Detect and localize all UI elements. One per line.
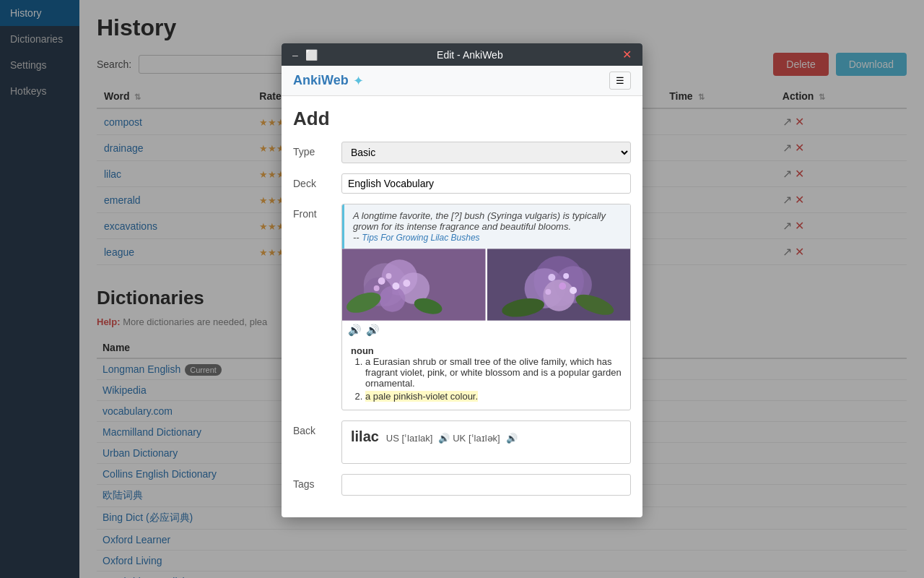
audio-icon-1[interactable]: 🔊	[348, 324, 362, 337]
back-label: Back	[293, 420, 333, 436]
def-pos: noun	[351, 345, 374, 356]
front-content: A longtime favorite, the [?] bush (Syrin…	[341, 204, 631, 410]
svg-point-8	[378, 277, 385, 285]
svg-point-5	[380, 286, 406, 312]
svg-point-23	[545, 289, 551, 295]
svg-point-10	[392, 282, 399, 290]
svg-point-21	[563, 273, 569, 279]
front-images	[342, 249, 630, 321]
modal-close-button[interactable]: ✕	[619, 48, 635, 61]
audio-icon-2[interactable]: 🔊	[366, 324, 380, 337]
front-audio: 🔊 🔊	[342, 321, 630, 340]
back-audio-uk[interactable]: 🔊	[506, 433, 518, 444]
type-label: Type	[293, 142, 333, 158]
tags-input[interactable]	[341, 474, 631, 496]
ankiweb-logo-text: AnkiWeb	[293, 73, 349, 88]
front-label: Front	[293, 204, 333, 220]
front-quote: A longtime favorite, the [?] bush (Syrin…	[342, 204, 630, 249]
edit-modal: – ⬜ Edit - AnkiWeb ✕ AnkiWeb ✦ ☰ Add Typ…	[282, 43, 642, 517]
tags-label: Tags	[293, 474, 333, 490]
modal-titlebar: – ⬜ Edit - AnkiWeb ✕	[282, 43, 642, 66]
modal-overlay: – ⬜ Edit - AnkiWeb ✕ AnkiWeb ✦ ☰ Add Typ…	[0, 0, 924, 578]
def-item-1: a Eurasian shrub or small tree of the ol…	[365, 356, 622, 389]
svg-point-24	[570, 287, 577, 294]
back-pron-us: US [ˈlaɪlak]	[386, 433, 433, 444]
form-group-back: Back lilac US [ˈlaɪlak] 🔊 UK [ˈlaɪlək] 🔊	[293, 420, 631, 464]
svg-point-20	[548, 274, 555, 281]
svg-point-12	[403, 280, 410, 287]
deck-input[interactable]	[341, 173, 631, 194]
def-list: a Eurasian shrub or small tree of the ol…	[351, 356, 622, 402]
ankiweb-star-icon: ✦	[353, 73, 364, 89]
type-select[interactable]: Basic Basic (and reversed card) Cloze	[341, 142, 631, 163]
front-source-link[interactable]: Tips For Growing Lilac Bushes	[362, 233, 479, 243]
back-content: lilac US [ˈlaɪlak] 🔊 UK [ˈlaɪlək] 🔊	[341, 420, 631, 464]
def-item-2: a pale pinkish-violet colour.	[365, 391, 622, 402]
modal-hamburger-button[interactable]: ☰	[609, 72, 631, 90]
modal-title: Edit - AnkiWeb	[321, 49, 619, 61]
form-group-deck: Deck	[293, 173, 631, 194]
svg-point-11	[374, 285, 380, 291]
form-group-front: Front A longtime favorite, the [?] bush …	[293, 204, 631, 410]
modal-add-title: Add	[293, 108, 631, 130]
back-word: lilac	[351, 428, 379, 444]
front-definition: noun a Eurasian shrub or small tree of t…	[342, 340, 630, 410]
svg-point-22	[559, 282, 566, 290]
lilac-image-2	[487, 249, 631, 321]
form-group-type: Type Basic Basic (and reversed card) Clo…	[293, 142, 631, 163]
form-group-tags: Tags	[293, 474, 631, 496]
modal-restore-button[interactable]: ⬜	[302, 49, 321, 61]
svg-point-17	[543, 280, 575, 311]
deck-label: Deck	[293, 173, 333, 189]
lilac-image-1	[342, 249, 486, 321]
svg-point-9	[386, 273, 392, 279]
back-pron-uk: UK [ˈlaɪlək]	[453, 433, 500, 444]
modal-minimize-button[interactable]: –	[289, 49, 302, 61]
modal-header: AnkiWeb ✦ ☰	[282, 66, 642, 96]
modal-body: Add Type Basic Basic (and reversed card)…	[282, 96, 642, 517]
back-audio-us[interactable]: 🔊	[438, 433, 450, 444]
